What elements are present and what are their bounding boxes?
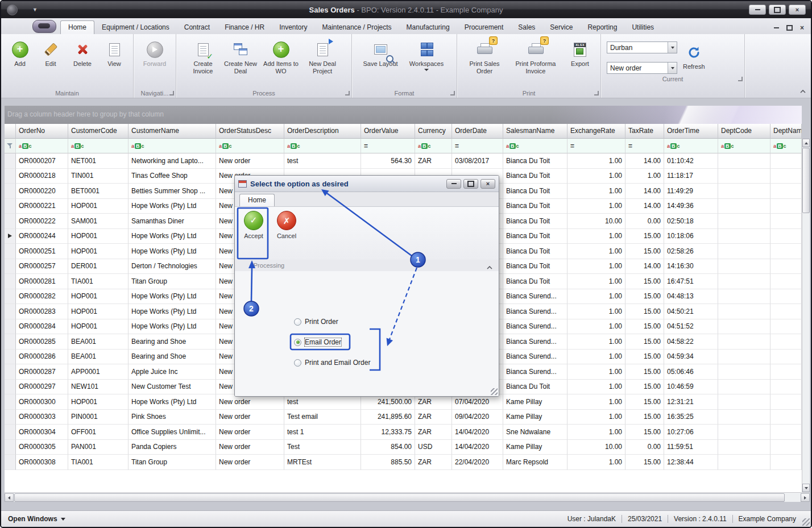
cell-deptname[interactable] bbox=[770, 364, 802, 380]
cell-ordertime[interactable]: 16:47:51 bbox=[664, 274, 718, 289]
filter-cell-customercode[interactable]: aBc bbox=[68, 139, 129, 153]
cell-customername[interactable]: Hope Works (Pty) Ltd bbox=[129, 199, 216, 214]
column-header-deptcode[interactable]: DeptCode bbox=[718, 124, 770, 139]
cell-salesmanname[interactable]: Bianca Surend... bbox=[503, 334, 567, 350]
cell-orderno[interactable]: OR0000286 bbox=[16, 350, 68, 365]
cell-ordertime[interactable]: 04:58:22 bbox=[664, 334, 718, 350]
cell-taxrate[interactable]: 14.00 bbox=[625, 259, 664, 275]
cell-customercode[interactable]: HOP001 bbox=[68, 199, 129, 214]
cell-taxrate[interactable]: 15.00 bbox=[625, 229, 664, 244]
column-header-currency[interactable]: Currency bbox=[415, 124, 452, 139]
cell-salesmanname[interactable]: Bianca Du Toit bbox=[503, 244, 567, 259]
maximize-button[interactable] bbox=[769, 5, 786, 15]
cell-customername[interactable]: Office Supplies Unlimit... bbox=[129, 425, 216, 440]
cell-customername[interactable]: Pink Shoes bbox=[129, 410, 216, 425]
cell-customercode[interactable]: HOP001 bbox=[68, 229, 129, 244]
cell-deptcode[interactable] bbox=[718, 380, 770, 395]
cell-orderstatusdesc[interactable]: New order bbox=[216, 440, 284, 455]
refresh-button[interactable]: Refresh bbox=[683, 41, 705, 74]
cell-customercode[interactable]: BET0001 bbox=[68, 184, 129, 199]
cell-taxrate[interactable]: 14.00 bbox=[625, 199, 664, 214]
cell-deptcode[interactable] bbox=[718, 440, 770, 455]
cell-orderno[interactable]: OR0000304 bbox=[16, 425, 68, 440]
cell-orderno[interactable]: OR0000281 bbox=[16, 274, 68, 289]
cell-orderstatusdesc[interactable]: New order bbox=[216, 455, 284, 470]
cell-deptname[interactable] bbox=[770, 380, 802, 395]
cell-salesmanname[interactable]: Bianca Du Toit bbox=[503, 199, 567, 214]
dialog-resize-grip[interactable] bbox=[491, 388, 498, 395]
cell-exchangerate[interactable]: 1.00 bbox=[567, 153, 625, 169]
cell-orderno[interactable]: OR0000308 bbox=[16, 455, 68, 470]
cell-orderno[interactable]: OR0000282 bbox=[16, 289, 68, 305]
create-invoice-button[interactable]: ✓ Create Invoice bbox=[185, 36, 221, 88]
radio-print-and-email-order[interactable]: Print and Email Order bbox=[294, 358, 370, 367]
radio-print-order[interactable]: Print Order bbox=[294, 317, 370, 326]
cell-orderno[interactable]: OR0000283 bbox=[16, 304, 68, 319]
cell-orderno[interactable]: OR0000220 bbox=[16, 184, 68, 199]
chevron-down-icon[interactable] bbox=[668, 63, 677, 73]
dialog-close-button[interactable]: × bbox=[480, 179, 495, 189]
dialog-tab-home[interactable]: Home bbox=[239, 194, 275, 206]
cell-salesmanname[interactable]: Bianca Du Toit bbox=[503, 380, 567, 395]
cell-taxrate[interactable]: 15.00 bbox=[625, 274, 664, 289]
cell-exchangerate[interactable]: 1.00 bbox=[567, 410, 625, 425]
cell-orderno[interactable]: OR0000207 bbox=[16, 153, 68, 169]
cell-exchangerate[interactable]: 1.00 bbox=[567, 199, 625, 214]
cell-customercode[interactable]: HOP001 bbox=[68, 319, 129, 335]
cell-deptcode[interactable] bbox=[718, 455, 770, 470]
cell-orderdate[interactable]: 14/04/2020 bbox=[452, 425, 503, 440]
column-header-ordervalue[interactable]: OrderValue bbox=[361, 124, 415, 139]
cell-orderstatusdesc[interactable]: New order bbox=[216, 153, 284, 169]
tab-procurement[interactable]: Procurement bbox=[457, 21, 511, 34]
cell-taxrate[interactable]: 15.00 bbox=[625, 334, 664, 350]
tab-sales[interactable]: Sales bbox=[511, 21, 542, 34]
cell-customername[interactable]: Titan Group bbox=[129, 455, 216, 470]
cell-salesmanname[interactable]: Bianca Du Toit bbox=[503, 184, 567, 199]
cell-deptcode[interactable] bbox=[718, 364, 770, 380]
filter-row-indicator[interactable] bbox=[5, 139, 16, 153]
cell-orderno[interactable]: OR0000287 bbox=[16, 364, 68, 380]
dialog-titlebar[interactable]: Select the option as desired × bbox=[235, 176, 499, 192]
cell-deptcode[interactable] bbox=[718, 334, 770, 350]
cell-exchangerate[interactable]: 1.00 bbox=[567, 289, 625, 305]
cell-customercode[interactable]: BEA001 bbox=[68, 350, 129, 365]
print-proforma-invoice-button[interactable]: Print Proforma Invoice bbox=[508, 36, 564, 88]
cell-exchangerate[interactable]: 1.00 bbox=[567, 259, 625, 275]
cell-customername[interactable]: Titan Group bbox=[129, 274, 216, 289]
filter-cell-taxrate[interactable]: = bbox=[625, 139, 664, 153]
cell-customername[interactable]: Bearing and Shoe bbox=[129, 350, 216, 365]
column-header-orderdate[interactable]: OrderDate bbox=[452, 124, 503, 139]
cell-deptcode[interactable] bbox=[718, 169, 770, 184]
cell-customername[interactable]: Tinas Coffee Shop bbox=[129, 169, 216, 184]
cell-customercode[interactable]: TIA001 bbox=[68, 455, 129, 470]
cell-taxrate[interactable]: 15.00 bbox=[625, 455, 664, 470]
new-deal-project-button[interactable]: New Deal Project bbox=[302, 36, 343, 88]
cell-customername[interactable]: Hope Works (Pty) Ltd bbox=[129, 319, 216, 335]
tab-manufacturing[interactable]: Manufacturing bbox=[399, 21, 457, 34]
cell-customercode[interactable]: PAN001 bbox=[68, 440, 129, 455]
save-layout-button[interactable]: Save Layout bbox=[358, 36, 403, 88]
cell-orderno[interactable]: OR0000244 bbox=[16, 229, 68, 244]
cell-exchangerate[interactable]: 1.00 bbox=[567, 455, 625, 470]
cell-ordertime[interactable]: 10:18:06 bbox=[664, 229, 718, 244]
cell-deptcode[interactable] bbox=[718, 153, 770, 169]
radio-email-order[interactable]: Email Order bbox=[294, 338, 370, 347]
dialog-minimize-button[interactable] bbox=[446, 179, 461, 189]
cell-customercode[interactable]: HOP001 bbox=[68, 394, 129, 410]
cell-ordervalue[interactable]: 885.50 bbox=[361, 455, 415, 470]
column-header-ordertime[interactable]: OrderTime bbox=[664, 124, 718, 139]
cell-taxrate[interactable]: 15.00 bbox=[625, 410, 664, 425]
cell-deptcode[interactable] bbox=[718, 410, 770, 425]
cell-customername[interactable]: Samanthas Diner bbox=[129, 214, 216, 229]
dialog-launcher-icon[interactable] bbox=[450, 91, 455, 95]
grid-row[interactable]: OR0000207NET001Networking and Lapto...Ne… bbox=[5, 153, 802, 169]
cell-taxrate[interactable]: 15.00 bbox=[625, 425, 664, 440]
tab-home[interactable]: Home bbox=[60, 20, 94, 34]
cell-currency[interactable]: ZAR bbox=[415, 455, 452, 470]
cell-deptcode[interactable] bbox=[718, 289, 770, 305]
cell-deptname[interactable] bbox=[770, 289, 802, 305]
cell-deptcode[interactable] bbox=[718, 229, 770, 244]
cell-currency[interactable]: USD bbox=[415, 440, 452, 455]
cell-customercode[interactable]: APP0001 bbox=[68, 364, 129, 380]
column-header-orderdescription[interactable]: OrderDescription bbox=[284, 124, 361, 139]
